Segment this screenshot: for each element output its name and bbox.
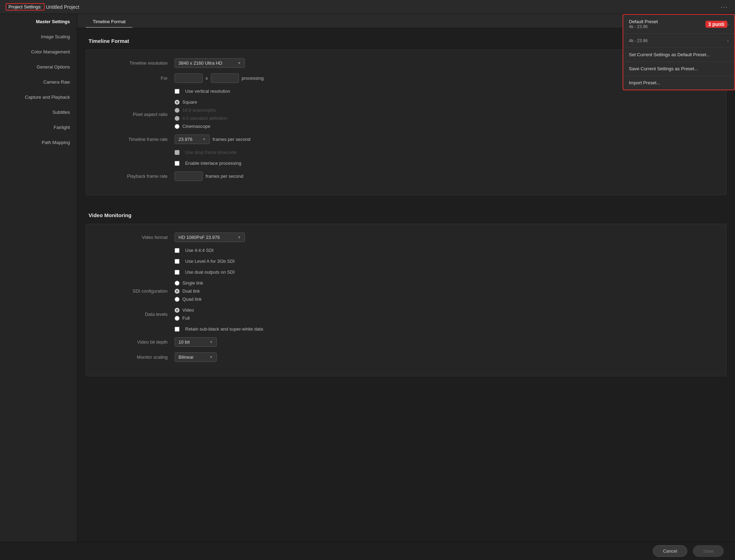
interlace-checkbox[interactable]: [175, 161, 180, 166]
sdi-radio-group: Single link Dual link Quad link: [175, 280, 203, 302]
level-a-row: Use Level A for 3Gb SDI: [97, 259, 715, 264]
use-vertical-checkbox[interactable]: [175, 89, 180, 94]
dual-outputs-label: Use dual outputs on SDI: [185, 269, 235, 275]
interlace-row: Enable interlace processing: [97, 161, 715, 166]
use-vertical-label: Use vertical resolution: [185, 89, 230, 94]
import-preset-label: Import Preset...: [629, 80, 660, 85]
pixel-aspect-row: Pixel aspect ratio Square 16:9 anamorphi…: [97, 99, 715, 129]
dual-outputs-checkbox[interactable]: [175, 270, 180, 275]
frame-rate-control: 23.976 ▼ frames per second: [175, 135, 251, 144]
drop-frame-row: Use drop frame timecode: [97, 150, 715, 155]
for-height-input[interactable]: 2160: [211, 73, 239, 83]
sidebar-item-general-options[interactable]: General Options: [0, 59, 77, 74]
preset-chevron-icon: ›: [727, 21, 729, 27]
use-444-checkbox[interactable]: [175, 248, 180, 253]
use-vertical-control: Use vertical resolution: [175, 89, 230, 94]
sdi-config-label: SDI configuration: [97, 288, 168, 294]
content-area: Timeline Format Timeline Format Timeline…: [77, 14, 735, 542]
playback-rate-input[interactable]: 23.976: [175, 171, 203, 181]
sidebar-item-master-settings[interactable]: Master Settings: [0, 14, 77, 29]
radio-full[interactable]: [175, 316, 180, 321]
set-current-item[interactable]: Set Current Settings as Default Preset..…: [623, 48, 734, 62]
radio-cinemascope[interactable]: [175, 124, 180, 129]
sdi-dual-row: Dual link: [175, 288, 203, 294]
bit-depth-arrow-icon: ▼: [209, 340, 213, 344]
default-preset-title: Default Preset: [629, 19, 702, 24]
resolution-dropdown[interactable]: 3840 x 2160 Ultra HD ▼: [175, 58, 245, 68]
video-format-arrow-icon: ▼: [238, 235, 241, 239]
save-button[interactable]: Save: [693, 545, 724, 557]
radio-quad-link[interactable]: [175, 297, 180, 302]
level-a-checkbox[interactable]: [175, 259, 180, 264]
monitor-scaling-dropdown[interactable]: Bilinear ▼: [175, 352, 217, 362]
for-x-label: x: [206, 76, 208, 81]
pixel-aspect-label: Pixel aspect ratio: [97, 112, 168, 117]
drop-frame-checkbox[interactable]: [175, 150, 180, 155]
sidebar-item-path-mapping[interactable]: Path Mapping: [0, 135, 77, 150]
radio-43[interactable]: [175, 116, 180, 121]
radio-dual-link[interactable]: [175, 289, 180, 294]
interlace-control: Enable interlace processing: [175, 161, 241, 166]
radio-169-row: 16:9 anamorphic: [175, 108, 227, 113]
default-preset-sub: 4k - 23.96: [629, 24, 702, 29]
set-current-label: Set Current Settings as Default Preset..…: [629, 52, 710, 57]
radio-cinemascope-row: Cinemascope: [175, 124, 227, 129]
sidebar-item-fairlight[interactable]: Fairlight: [0, 120, 77, 135]
three-punti-badge: 3 punti: [705, 21, 727, 28]
retain-sub-black-row: Retain sub-black and super-white data: [97, 326, 715, 332]
frame-rate-dropdown[interactable]: 23.976 ▼: [175, 135, 210, 144]
save-current-item[interactable]: Save Current Settings as Preset...: [623, 62, 734, 76]
sidebar-item-color-management[interactable]: Color Management: [0, 44, 77, 59]
sidebar-item-capture-playback[interactable]: Capture and Playback: [0, 90, 77, 105]
sidebar-item-image-scaling[interactable]: Image Scaling: [0, 29, 77, 44]
import-preset-item[interactable]: Import Preset...: [623, 76, 734, 90]
bit-depth-row: Video bit depth 10 bit ▼: [97, 337, 715, 347]
bit-depth-dropdown[interactable]: 10 bit ▼: [175, 337, 217, 347]
cancel-button[interactable]: Cancel: [653, 545, 687, 557]
radio-square[interactable]: [175, 100, 180, 105]
main-content: Master Settings Image Scaling Color Mana…: [0, 14, 735, 542]
single-link-label: Single link: [182, 280, 203, 286]
drop-frame-control: Use drop frame timecode: [175, 150, 236, 155]
data-full-row: Full: [175, 315, 194, 321]
video-monitoring-box: Video format HD 1080PsF 23.976 ▼: [86, 224, 727, 376]
radio-169-label: 16:9 anamorphic: [182, 108, 216, 113]
monitor-scaling-label: Monitor scaling: [97, 354, 168, 360]
retain-sub-black-checkbox[interactable]: [175, 327, 180, 332]
for-width-input[interactable]: 3840: [175, 73, 203, 83]
frame-rate-label: Timeline frame rate: [97, 137, 168, 142]
radio-video[interactable]: [175, 308, 180, 313]
title-bar: Project Settings: Untitled Project ···: [0, 0, 735, 14]
tab-timeline-format[interactable]: Timeline Format: [86, 16, 132, 28]
interlace-label: Enable interlace processing: [185, 161, 241, 166]
radio-cinemascope-label: Cinemascope: [182, 124, 210, 129]
pixel-aspect-radio-group: Square 16:9 anamorphic 4:3 standard defi…: [175, 99, 227, 129]
dual-outputs-control: Use dual outputs on SDI: [175, 269, 235, 275]
video-level-label: Video: [182, 307, 194, 313]
radio-single-link[interactable]: [175, 281, 180, 286]
sidebar-item-camera-raw[interactable]: Camera Raw: [0, 74, 77, 90]
three-dots-menu[interactable]: ···: [721, 3, 728, 11]
data-levels-control: Video Full: [175, 307, 194, 321]
sidebar-item-subtitles[interactable]: Subtitles: [0, 105, 77, 120]
data-levels-radio-group: Video Full: [175, 307, 194, 321]
video-format-dropdown[interactable]: HD 1080PsF 23.976 ▼: [175, 233, 245, 242]
level-a-label: Use Level A for 3Gb SDI: [185, 259, 235, 264]
use-444-control: Use 4:4:4 SDI: [175, 248, 214, 253]
radio-169[interactable]: [175, 108, 180, 113]
project-title: Untitled Project: [46, 4, 79, 10]
use-444-row: Use 4:4:4 SDI: [97, 248, 715, 253]
retain-sub-black-label: Retain sub-black and super-white data: [185, 326, 263, 332]
project-settings-label: Project Settings:: [6, 3, 45, 11]
full-level-label: Full: [182, 315, 190, 321]
dropdown-arrow-icon: ▼: [238, 61, 241, 65]
sdi-quad-row: Quad link: [175, 297, 203, 302]
video-monitoring-header: Video Monitoring: [77, 204, 735, 224]
bit-depth-control: 10 bit ▼: [175, 337, 217, 347]
4k-2396-item[interactable]: 4k - 23.96 ›: [623, 34, 734, 48]
level-a-control: Use Level A for 3Gb SDI: [175, 259, 235, 264]
radio-43-label: 4:3 standard definition: [182, 116, 227, 121]
for-control: 3840 x 2160 processing: [175, 73, 264, 83]
default-preset-item[interactable]: Default Preset 4k - 23.96 3 punti ›: [623, 15, 734, 34]
playback-fps-label: frames per second: [206, 174, 243, 179]
